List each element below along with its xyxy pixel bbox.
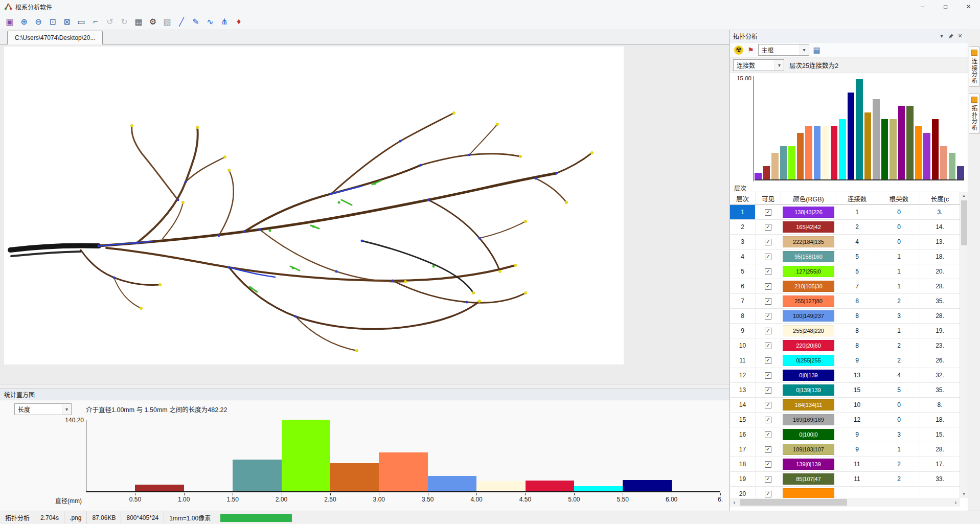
topology-bar-layer-23[interactable] xyxy=(940,146,947,179)
close-button[interactable]: ✕ xyxy=(957,0,980,13)
topology-bar-layer-9[interactable] xyxy=(822,126,829,179)
visible-checkbox[interactable]: ✓ xyxy=(765,387,771,394)
select-region-icon[interactable]: ▭ xyxy=(75,15,88,28)
visible-checkbox[interactable]: ✓ xyxy=(765,254,771,260)
column-header-2[interactable]: 可见 xyxy=(756,192,781,204)
color-swatch[interactable]: 255|248|220 xyxy=(783,325,834,336)
crop-icon[interactable]: ⌐ xyxy=(89,15,102,28)
draw-line-icon[interactable]: ╱ xyxy=(175,15,188,28)
table-row-layer-9[interactable]: 9✓255|248|2208119. xyxy=(730,324,960,338)
redo-icon[interactable]: ↻ xyxy=(118,15,131,28)
diameter-bar-8[interactable] xyxy=(428,476,476,491)
table-row-layer-16[interactable]: 16✓0|100|09315. xyxy=(730,427,960,442)
split-root-icon[interactable]: ⋔ xyxy=(218,15,231,28)
topology-bar-layer-10[interactable] xyxy=(831,126,838,179)
connect-root-icon[interactable]: ∿ xyxy=(203,15,217,28)
scroll-right-icon[interactable]: › xyxy=(951,498,960,507)
table-row-layer-12[interactable]: 12✓0|0|13913432. xyxy=(730,368,960,383)
maximize-button[interactable]: □ xyxy=(934,0,957,13)
visible-checkbox[interactable]: ✓ xyxy=(765,328,771,334)
column-header-1[interactable]: 层次 xyxy=(730,192,756,204)
visible-checkbox[interactable]: ✓ xyxy=(765,372,771,379)
color-swatch[interactable]: 0|0|139 xyxy=(783,370,834,381)
table-row-layer-20[interactable]: 20✓ xyxy=(730,487,960,498)
color-palette-icon[interactable]: ♦ xyxy=(232,15,245,28)
zoom-in-icon[interactable]: ⊕ xyxy=(17,15,31,28)
settings-gear-icon[interactable]: ⚙ xyxy=(146,15,159,28)
topology-bar-layer-12[interactable] xyxy=(848,93,855,179)
column-header-6[interactable]: 长度(c xyxy=(920,192,960,204)
diameter-bar-2[interactable] xyxy=(135,485,184,491)
edit-root-icon[interactable]: ✎ xyxy=(189,15,202,28)
side-tab-1[interactable]: 连接分析 xyxy=(969,47,980,87)
visible-checkbox[interactable]: ✓ xyxy=(765,402,771,408)
metric-combo[interactable]: 连接数 ▾ xyxy=(733,59,784,71)
column-header-4[interactable]: 连接数 xyxy=(836,192,878,204)
horizontal-scroll-thumb[interactable] xyxy=(740,499,847,506)
color-swatch[interactable]: 169|169|169 xyxy=(783,414,834,425)
topology-bar-layer-20[interactable] xyxy=(915,126,922,179)
color-swatch[interactable]: 222|184|135 xyxy=(783,236,834,247)
topology-bar-layer-16[interactable] xyxy=(881,119,888,179)
color-swatch[interactable]: 139|0|139 xyxy=(783,459,834,470)
topology-bar-layer-1[interactable] xyxy=(755,173,762,179)
horizontal-splitter[interactable] xyxy=(0,384,730,389)
table-row-layer-4[interactable]: 4✓95|158|1605118. xyxy=(730,249,960,264)
topology-bar-layer-13[interactable] xyxy=(856,79,863,179)
topology-bar-layer-19[interactable] xyxy=(906,106,914,179)
zoom-reset-icon[interactable]: ⊠ xyxy=(60,15,74,28)
visible-checkbox[interactable]: ✓ xyxy=(765,431,771,438)
diameter-bar-12[interactable] xyxy=(623,480,671,491)
visible-checkbox[interactable]: ✓ xyxy=(765,446,771,453)
length-metric-combo[interactable]: 长度 ▾ xyxy=(14,403,72,415)
table-row-layer-15[interactable]: 15✓169|169|16912018. xyxy=(730,413,960,427)
visible-checkbox[interactable]: ✓ xyxy=(765,239,771,245)
root-image[interactable] xyxy=(4,47,624,364)
zoom-window-icon[interactable]: ⊡ xyxy=(46,15,59,28)
visible-checkbox[interactable]: ✓ xyxy=(765,268,771,275)
panel-menu-icon[interactable]: ▾ xyxy=(937,32,946,41)
visible-checkbox[interactable]: ✓ xyxy=(765,476,771,483)
visible-checkbox[interactable]: ✓ xyxy=(765,417,771,423)
table-vertical-scrollbar[interactable]: ▴ ▾ xyxy=(960,192,968,498)
mark-root-icon[interactable]: ⚑ xyxy=(747,46,754,54)
open-image-icon[interactable]: ▣ xyxy=(3,15,16,28)
topology-bar-layer-18[interactable] xyxy=(898,106,905,179)
side-tab-2[interactable]: 拓扑分析 xyxy=(969,94,980,134)
table-row-layer-11[interactable]: 11✓0|255|2559226. xyxy=(730,353,960,368)
color-swatch[interactable]: 220|20|60 xyxy=(783,340,834,351)
color-swatch[interactable]: 0|255|255 xyxy=(783,355,834,366)
topology-bar-layer-11[interactable] xyxy=(839,119,846,179)
zoom-out-icon[interactable]: ⊖ xyxy=(32,15,45,28)
column-header-3[interactable]: 颜色(RGB) xyxy=(781,192,836,204)
diameter-bar-4[interactable] xyxy=(233,460,281,491)
color-swatch[interactable]: 189|183|107 xyxy=(783,444,834,455)
layer-table-icon[interactable]: ▦ xyxy=(813,45,821,55)
vertical-scroll-thumb[interactable] xyxy=(961,200,967,245)
visible-checkbox[interactable]: ✓ xyxy=(765,283,771,290)
scroll-up-icon[interactable]: ▴ xyxy=(960,192,968,199)
table-row-layer-2[interactable]: 2✓165|42|422014. xyxy=(730,220,960,235)
diameter-bar-5[interactable] xyxy=(282,420,330,491)
topology-bar-layer-24[interactable] xyxy=(949,153,956,179)
column-header-5[interactable]: 根尖数 xyxy=(878,192,920,204)
topology-bar-layer-2[interactable] xyxy=(763,166,770,179)
color-swatch[interactable]: 138|43|226 xyxy=(783,207,834,218)
visible-checkbox[interactable]: ✓ xyxy=(765,313,771,320)
visible-checkbox[interactable]: ✓ xyxy=(765,343,771,349)
undo-icon[interactable]: ↺ xyxy=(103,15,117,28)
topology-bar-layer-5[interactable] xyxy=(788,146,795,179)
image-canvas[interactable] xyxy=(0,44,730,384)
table-row-layer-6[interactable]: 6✓210|105|307128. xyxy=(730,279,960,294)
color-swatch[interactable]: 0|139|139 xyxy=(783,384,834,396)
table-row-layer-8[interactable]: 8✓100|149|2378328. xyxy=(730,309,960,324)
visible-checkbox[interactable]: ✓ xyxy=(765,224,771,231)
table-row-layer-5[interactable]: 5✓127|255|05120. xyxy=(730,264,960,279)
topology-bar-layer-6[interactable] xyxy=(797,133,804,179)
topology-bar-layer-17[interactable] xyxy=(890,119,897,179)
visible-checkbox[interactable]: ✓ xyxy=(765,298,771,305)
table-row-layer-19[interactable]: 19✓85|107|4711233. xyxy=(730,472,960,487)
table-row-layer-7[interactable]: 7✓255|127|808235. xyxy=(730,294,960,309)
topology-bar-layer-22[interactable] xyxy=(932,119,939,179)
table-row-layer-17[interactable]: 17✓189|183|1079128. xyxy=(730,442,960,457)
